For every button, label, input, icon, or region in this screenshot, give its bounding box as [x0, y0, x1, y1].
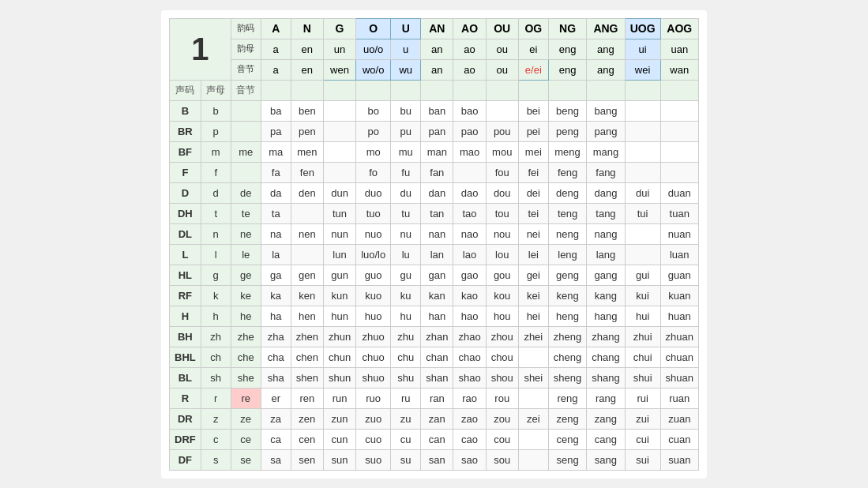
- cell-L-OG: lei: [518, 244, 548, 265]
- cell-R-U: ru: [391, 388, 421, 408]
- cell-DH-N: [291, 203, 323, 223]
- cell-BR-NG: peng: [548, 121, 586, 141]
- cell-DR-AO: zao: [453, 408, 486, 429]
- cell-HL-UOG: gui: [625, 265, 660, 285]
- cell-H-OG: hei: [518, 306, 548, 326]
- cell-DH-ANG: tang: [587, 203, 625, 223]
- cell-BHL-ANG: chang: [587, 347, 625, 367]
- label-n: [291, 80, 323, 100]
- shengmu-DRF: c: [201, 429, 231, 449]
- cell-H-AN: han: [421, 306, 453, 326]
- cell-RF-OG: kei: [518, 285, 548, 306]
- cell-R-G: run: [323, 388, 355, 408]
- cell-DL-N: nen: [291, 223, 323, 244]
- yinjie-BR: [231, 121, 261, 141]
- cell-BF-AOG: [660, 141, 698, 162]
- shengmu-R: r: [201, 388, 231, 408]
- cell-B-O: bo: [356, 100, 391, 121]
- yinjie-DL: ne: [231, 223, 261, 244]
- cell-DL-ANG: nang: [587, 223, 625, 244]
- shengmu-BHL: ch: [201, 347, 231, 367]
- col-N: N: [291, 18, 323, 39]
- cell-RF-U: ku: [391, 285, 421, 306]
- cell-DF-G: sun: [323, 449, 355, 470]
- cell-DH-AN: tan: [421, 203, 453, 223]
- shengma-DR: DR: [170, 408, 201, 429]
- cell-BF-OU: mou: [486, 141, 518, 162]
- cell-RF-ANG: kang: [587, 285, 625, 306]
- cell-BH-UOG: zhui: [625, 326, 660, 347]
- cell-BHL-G: chun: [323, 347, 355, 367]
- shengma-DF: DF: [170, 449, 201, 470]
- shengmu-HL: g: [201, 265, 231, 285]
- cell-DL-U: nu: [391, 223, 421, 244]
- cell-D-AO: dao: [453, 182, 486, 203]
- cell-BR-OG: pei: [518, 121, 548, 141]
- cell-B-AO: bao: [453, 100, 486, 121]
- cell-BHL-AN: chan: [421, 347, 453, 367]
- cell-BHL-U: chu: [391, 347, 421, 367]
- label-an: [421, 80, 453, 100]
- label-ou: [486, 80, 518, 100]
- cell-H-G: hun: [323, 306, 355, 326]
- cell-BL-UOG: shui: [625, 367, 660, 388]
- cell-BR-U: pu: [391, 121, 421, 141]
- cell-BH-O: zhuo: [356, 326, 391, 347]
- ph-ou1: ou: [486, 39, 518, 59]
- label-u: [391, 80, 421, 100]
- cell-BL-U: shu: [391, 367, 421, 388]
- shengma-DL: DL: [170, 223, 201, 244]
- cell-BF-UOG: [625, 141, 660, 162]
- cell-B-UOG: [625, 100, 660, 121]
- cell-L-AOG: luan: [660, 244, 698, 265]
- ph-un1: un: [323, 39, 355, 59]
- cell-H-AOG: huan: [660, 306, 698, 326]
- cell-DL-OG: nei: [518, 223, 548, 244]
- shengmu-DR: z: [201, 408, 231, 429]
- cell-DF-OU: sou: [486, 449, 518, 470]
- shengma-DRF: DRF: [170, 429, 201, 449]
- cell-DL-G: nun: [323, 223, 355, 244]
- cell-HL-O: guo: [356, 265, 391, 285]
- cell-DR-ANG: zang: [587, 408, 625, 429]
- cell-B-A: ba: [261, 100, 291, 121]
- cell-BL-AO: shao: [453, 367, 486, 388]
- label-shengma: 声码: [170, 80, 201, 100]
- cell-DF-OG: [518, 449, 548, 470]
- cell-DF-N: sen: [291, 449, 323, 470]
- cell-DH-AO: tao: [453, 203, 486, 223]
- shengma-DH: DH: [170, 203, 201, 223]
- cell-HL-A: ga: [261, 265, 291, 285]
- cell-DRF-UOG: cui: [625, 429, 660, 449]
- cell-D-U: du: [391, 182, 421, 203]
- cell-B-AN: ban: [421, 100, 453, 121]
- cell-L-AO: lao: [453, 244, 486, 265]
- yinjie-DF: se: [231, 449, 261, 470]
- cell-L-U: lu: [391, 244, 421, 265]
- number-cell: 1: [170, 18, 231, 80]
- cell-HL-U: gu: [391, 265, 421, 285]
- cell-BH-N: zhen: [291, 326, 323, 347]
- cell-BH-U: zhu: [391, 326, 421, 347]
- cell-BF-ANG: mang: [587, 141, 625, 162]
- cell-D-G: dun: [323, 182, 355, 203]
- cell-BL-AOG: shuan: [660, 367, 698, 388]
- cell-DH-O: tuo: [356, 203, 391, 223]
- cell-DRF-N: cen: [291, 429, 323, 449]
- cell-H-N: hen: [291, 306, 323, 326]
- ph-wo2: wo/o: [356, 59, 391, 80]
- cell-B-OG: bei: [518, 100, 548, 121]
- cell-DL-O: nuo: [356, 223, 391, 244]
- shengma-H: H: [170, 306, 201, 326]
- shengma-D: D: [170, 182, 201, 203]
- cell-DRF-OU: cou: [486, 429, 518, 449]
- cell-DR-A: za: [261, 408, 291, 429]
- col-AO: AO: [453, 18, 486, 39]
- phonetics-table-wrapper: 1 韵码 A N G O U AN AO OU OG NG ANG UOG AO…: [161, 10, 707, 479]
- cell-R-AOG: ruan: [660, 388, 698, 408]
- cell-B-NG: beng: [548, 100, 586, 121]
- cell-H-AO: hao: [453, 306, 486, 326]
- col-ANG: ANG: [587, 18, 625, 39]
- cell-D-OG: dei: [518, 182, 548, 203]
- yinjie-F: [231, 162, 261, 182]
